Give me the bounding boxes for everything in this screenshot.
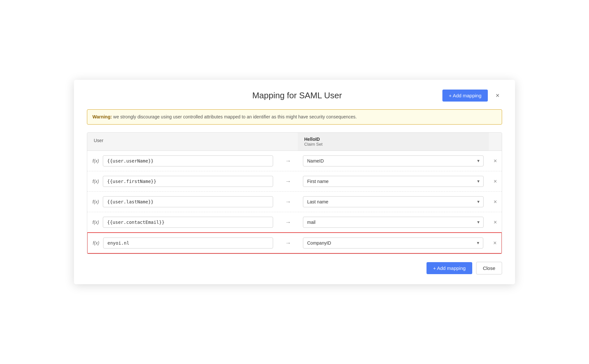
claim-select-4[interactable]: CompanyID xyxy=(303,237,483,249)
mapping-table: User HelloID Claim Set f(x) → xyxy=(87,132,502,254)
arrow-cell-0: → xyxy=(278,158,298,164)
user-input-2[interactable] xyxy=(103,196,273,207)
user-input-3[interactable] xyxy=(103,217,273,228)
claim-select-1[interactable]: First name xyxy=(303,176,484,187)
arrow-icon-0: → xyxy=(285,158,291,164)
row-user-cell-0: f(x) xyxy=(87,155,278,166)
col-delete-header xyxy=(489,133,502,151)
delete-cell-0: × xyxy=(489,157,502,165)
row-user-cell-4: f(x) xyxy=(88,237,278,249)
claim-select-3[interactable]: mail xyxy=(303,217,484,228)
row-claim-cell-0: NameID ▼ xyxy=(298,155,489,166)
fx-label-3: f(x) xyxy=(92,220,99,225)
fx-label-1: f(x) xyxy=(92,179,99,184)
user-input-0[interactable] xyxy=(103,155,273,166)
modal-header: Mapping for SAML User + Add mapping × xyxy=(87,90,502,102)
user-input-4[interactable] xyxy=(103,237,273,249)
modal: Mapping for SAML User + Add mapping × Wa… xyxy=(74,80,515,284)
add-mapping-footer-button[interactable]: + Add mapping xyxy=(427,262,472,274)
delete-row-button-3[interactable]: × xyxy=(491,218,500,226)
mapping-row: f(x) → mail ▼ × xyxy=(87,212,502,232)
claim-select-wrapper-1: First name ▼ xyxy=(303,176,484,187)
arrow-cell-3: → xyxy=(278,219,298,226)
header-actions: + Add mapping × xyxy=(442,90,502,102)
row-user-cell-2: f(x) xyxy=(87,196,278,207)
row-claim-cell-4: CompanyID ▼ xyxy=(298,237,488,249)
warning-message: we strongly discourage using user contro… xyxy=(112,114,357,119)
delete-cell-3: × xyxy=(489,218,502,226)
claim-select-wrapper-2: Last name ▼ xyxy=(303,196,484,207)
delete-row-button-2[interactable]: × xyxy=(491,198,500,206)
fx-label-2: f(x) xyxy=(92,199,99,204)
warning-banner: Warning: we strongly discourage using us… xyxy=(87,109,502,125)
delete-row-button-1[interactable]: × xyxy=(491,177,500,186)
modal-title: Mapping for SAML User xyxy=(152,91,442,101)
modal-backdrop: Mapping for SAML User + Add mapping × Wa… xyxy=(0,0,589,364)
close-footer-button[interactable]: Close xyxy=(476,262,502,274)
mapping-row: f(x) → First name ▼ × xyxy=(87,171,502,191)
fx-label-0: f(x) xyxy=(92,158,99,164)
delete-row-button-4[interactable]: × xyxy=(491,239,499,247)
modal-footer: + Add mapping Close xyxy=(87,262,502,274)
row-user-cell-3: f(x) xyxy=(87,217,278,228)
user-input-1[interactable] xyxy=(103,176,273,187)
arrow-icon-2: → xyxy=(285,199,291,205)
warning-prefix: Warning: xyxy=(92,114,112,119)
delete-row-button-0[interactable]: × xyxy=(491,157,500,165)
arrow-icon-4: → xyxy=(285,240,291,247)
mapping-row: f(x) → NameID ▼ × xyxy=(87,151,502,171)
claim-select-0[interactable]: NameID xyxy=(303,155,484,166)
modal-close-button[interactable]: × xyxy=(493,91,502,101)
col-helloid-header: HelloID Claim Set xyxy=(298,133,489,151)
row-claim-cell-1: First name ▼ xyxy=(298,176,489,187)
arrow-icon-1: → xyxy=(285,178,291,185)
mapping-row: f(x) → Last name ▼ × xyxy=(87,191,502,212)
claim-select-2[interactable]: Last name xyxy=(303,196,484,207)
col-helloid-sub: Claim Set xyxy=(304,142,482,147)
claim-select-wrapper-3: mail ▼ xyxy=(303,217,484,228)
delete-cell-1: × xyxy=(489,177,502,186)
arrow-cell-4: → xyxy=(278,240,298,247)
arrow-cell-2: → xyxy=(278,199,298,205)
row-claim-cell-2: Last name ▼ xyxy=(298,196,489,207)
claim-select-wrapper-4: CompanyID ▼ xyxy=(303,237,483,249)
row-claim-cell-3: mail ▼ xyxy=(298,217,489,228)
delete-cell-2: × xyxy=(489,198,502,206)
col-arrow-header xyxy=(278,133,298,151)
arrow-cell-1: → xyxy=(278,178,298,185)
mapping-rows-body: f(x) → NameID ▼ × f(x) xyxy=(87,151,502,254)
arrow-icon-3: → xyxy=(285,219,291,226)
delete-cell-4: × xyxy=(488,239,501,247)
col-user-header: User xyxy=(87,133,278,151)
row-user-cell-1: f(x) xyxy=(87,176,278,187)
fx-label-4: f(x) xyxy=(93,240,99,246)
col-helloid-title: HelloID xyxy=(304,137,482,142)
mapping-row: f(x) → CompanyID ▼ × xyxy=(87,232,502,254)
add-mapping-header-button[interactable]: + Add mapping xyxy=(442,90,488,102)
table-header: User HelloID Claim Set xyxy=(87,133,502,151)
claim-select-wrapper-0: NameID ▼ xyxy=(303,155,484,166)
